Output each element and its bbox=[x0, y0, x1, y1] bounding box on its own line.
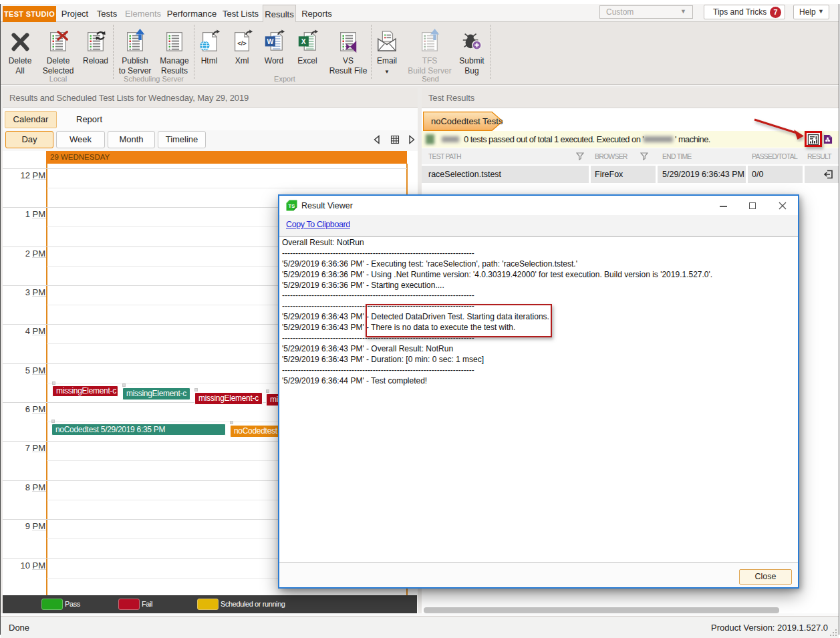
svg-text:W: W bbox=[267, 38, 273, 45]
svg-text:noCodedtest Tests: noCodedtest Tests bbox=[431, 116, 503, 126]
svg-text:</>: </> bbox=[237, 39, 247, 47]
svg-text:TS: TS bbox=[289, 203, 295, 209]
svg-text:X: X bbox=[301, 38, 306, 45]
